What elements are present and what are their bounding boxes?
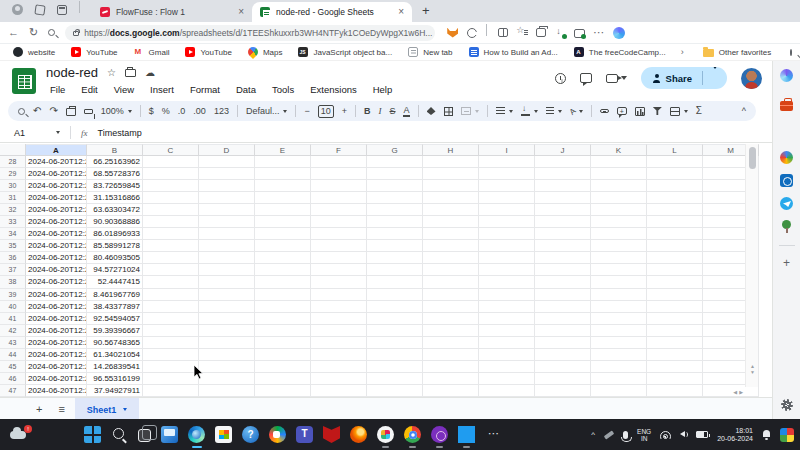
cell-empty[interactable] bbox=[535, 240, 591, 252]
cell-timestamp[interactable]: 2024-06-20T12:2 bbox=[26, 168, 87, 180]
cell-empty[interactable] bbox=[255, 289, 311, 301]
cell-empty[interactable] bbox=[423, 276, 479, 288]
taskbar-vscode-icon[interactable] bbox=[458, 426, 475, 443]
sidebar-tree-icon[interactable] bbox=[780, 220, 793, 233]
menu-help[interactable]: Help bbox=[367, 83, 399, 96]
cell-empty[interactable] bbox=[647, 240, 703, 252]
cell-empty[interactable] bbox=[423, 252, 479, 264]
cell-empty[interactable] bbox=[143, 289, 199, 301]
extension-c-icon[interactable] bbox=[467, 28, 477, 38]
cell-empty[interactable] bbox=[143, 337, 199, 349]
bookmark-item[interactable]: YouTube bbox=[178, 46, 238, 58]
cell-value[interactable]: 61.34021054 bbox=[87, 349, 143, 361]
row-header[interactable]: 31 bbox=[0, 192, 26, 204]
cell-empty[interactable] bbox=[143, 385, 199, 397]
cell-empty[interactable] bbox=[479, 228, 535, 240]
wifi-icon[interactable] bbox=[660, 431, 671, 439]
taskbar-more-icon[interactable]: ⋯ bbox=[485, 426, 502, 443]
cell-value[interactable]: 38.43377897 bbox=[87, 301, 143, 313]
cell-empty[interactable] bbox=[535, 301, 591, 313]
cell-value[interactable]: 68.55728376 bbox=[87, 168, 143, 180]
column-header-J[interactable]: J bbox=[535, 144, 591, 156]
font-size-decrease[interactable]: − bbox=[304, 106, 309, 116]
cell-empty[interactable] bbox=[647, 325, 703, 337]
cell-empty[interactable] bbox=[647, 361, 703, 373]
cell-empty[interactable] bbox=[591, 264, 647, 276]
cell-empty[interactable] bbox=[311, 192, 367, 204]
row-header[interactable]: 42 bbox=[0, 325, 26, 337]
cell-empty[interactable] bbox=[479, 373, 535, 385]
cell-empty[interactable] bbox=[255, 180, 311, 192]
cell-empty[interactable] bbox=[591, 276, 647, 288]
strikethrough-icon[interactable]: S bbox=[389, 106, 395, 116]
cell-empty[interactable] bbox=[199, 216, 255, 228]
cell-value[interactable]: 94.57271024 bbox=[87, 264, 143, 276]
cell-empty[interactable] bbox=[255, 156, 311, 168]
cell-value[interactable]: 86.01896933 bbox=[87, 228, 143, 240]
cell-empty[interactable] bbox=[591, 156, 647, 168]
row-header[interactable]: 41 bbox=[0, 313, 26, 325]
favorites-list-icon[interactable] bbox=[517, 28, 527, 38]
new-tab-button[interactable]: + bbox=[412, 3, 440, 22]
cell-empty[interactable] bbox=[423, 240, 479, 252]
cell-empty[interactable] bbox=[591, 385, 647, 397]
cell-empty[interactable] bbox=[479, 385, 535, 397]
italic-icon[interactable]: I bbox=[378, 106, 381, 116]
cell-empty[interactable] bbox=[647, 204, 703, 216]
cell-empty[interactable] bbox=[423, 385, 479, 397]
taskbar-google-meet-icon[interactable] bbox=[269, 426, 286, 443]
bookmark-item[interactable]: New tab bbox=[401, 46, 459, 58]
split-screen-icon[interactable] bbox=[498, 28, 508, 37]
cell-empty[interactable] bbox=[143, 313, 199, 325]
cell-empty[interactable] bbox=[647, 168, 703, 180]
cell-empty[interactable] bbox=[311, 349, 367, 361]
share-dropdown-icon[interactable] bbox=[703, 69, 727, 87]
cell-empty[interactable] bbox=[367, 313, 423, 325]
formula-input[interactable]: Timestamp bbox=[98, 128, 142, 138]
sidebar-toolbox-icon[interactable] bbox=[780, 101, 793, 111]
cell-empty[interactable] bbox=[199, 289, 255, 301]
cell-empty[interactable] bbox=[647, 156, 703, 168]
cell-empty[interactable] bbox=[367, 301, 423, 313]
row-header[interactable]: 46 bbox=[0, 373, 26, 385]
cell-empty[interactable] bbox=[311, 313, 367, 325]
bookmark-item[interactable]: Maps bbox=[241, 46, 290, 58]
cell-timestamp[interactable]: 2024-06-20T12:2 bbox=[26, 301, 87, 313]
cell-timestamp[interactable]: 2024-06-20T12:2 bbox=[26, 385, 87, 397]
cell-empty[interactable] bbox=[199, 180, 255, 192]
bold-icon[interactable]: B bbox=[364, 106, 371, 116]
cell-empty[interactable] bbox=[535, 325, 591, 337]
clock[interactable]: 18:0120-06-2024 bbox=[717, 427, 753, 443]
cell-empty[interactable] bbox=[255, 361, 311, 373]
stylus-icon[interactable] bbox=[604, 430, 614, 439]
cell-empty[interactable] bbox=[591, 337, 647, 349]
tray-app-icon[interactable] bbox=[780, 428, 794, 442]
cell-value[interactable]: 52.4447415 bbox=[87, 276, 143, 288]
paint-format-icon[interactable] bbox=[84, 109, 93, 114]
other-favorites-folder[interactable]: Other favorites bbox=[696, 46, 778, 58]
bookmark-item[interactable]: Gmail bbox=[127, 46, 177, 58]
cell-timestamp[interactable]: 2024-06-20T12:2 bbox=[26, 240, 87, 252]
text-wrap-icon[interactable] bbox=[546, 107, 562, 115]
cell-value[interactable]: 37.94927911 bbox=[87, 385, 143, 397]
cell-timestamp[interactable]: 2024-06-20T12:2 bbox=[26, 192, 87, 204]
cell-empty[interactable] bbox=[367, 240, 423, 252]
cell-empty[interactable] bbox=[255, 192, 311, 204]
cell-empty[interactable] bbox=[143, 264, 199, 276]
cell-empty[interactable] bbox=[647, 289, 703, 301]
cell-empty[interactable] bbox=[255, 373, 311, 385]
cell-empty[interactable] bbox=[535, 349, 591, 361]
cell-timestamp[interactable]: 2024-06-20T12:2 bbox=[26, 216, 87, 228]
cell-empty[interactable] bbox=[479, 325, 535, 337]
cell-empty[interactable] bbox=[143, 192, 199, 204]
cell-empty[interactable] bbox=[367, 228, 423, 240]
cell-empty[interactable] bbox=[591, 349, 647, 361]
cell-empty[interactable] bbox=[647, 216, 703, 228]
cell-value[interactable]: 92.54594057 bbox=[87, 313, 143, 325]
column-header-H[interactable]: H bbox=[423, 144, 479, 156]
fill-color-icon[interactable] bbox=[427, 107, 436, 115]
cell-value[interactable]: 83.72659845 bbox=[87, 180, 143, 192]
cell-empty[interactable] bbox=[535, 337, 591, 349]
name-box[interactable]: A1 bbox=[0, 128, 70, 138]
tab-google-sheets[interactable]: node-red - Google Sheets × bbox=[252, 2, 412, 22]
